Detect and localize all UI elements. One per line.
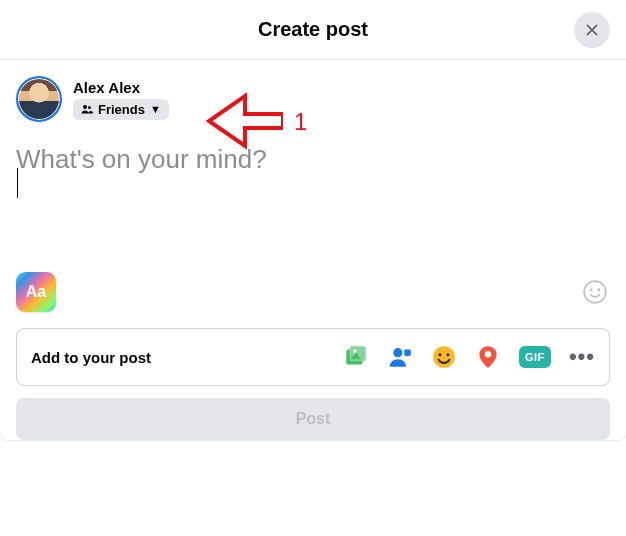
svg-point-10: [433, 346, 455, 368]
close-icon: [584, 22, 600, 38]
post-button[interactable]: Post: [16, 398, 610, 440]
smile-icon: [582, 279, 608, 305]
post-text-input[interactable]: [16, 128, 610, 248]
location-icon: [475, 344, 501, 370]
svg-point-13: [485, 351, 492, 358]
photo-icon: [343, 344, 369, 370]
more-icon: •••: [569, 344, 595, 369]
gif-icon: GIF: [525, 351, 545, 363]
background-theme-button[interactable]: Aa: [16, 272, 56, 312]
aa-icon: Aa: [26, 283, 46, 301]
avatar[interactable]: [16, 76, 62, 122]
text-cursor: [17, 168, 18, 198]
composer-tools-row: Aa: [0, 268, 626, 322]
photo-video-button[interactable]: [343, 344, 369, 370]
svg-point-3: [591, 289, 592, 290]
add-to-post-label: Add to your post: [31, 349, 151, 366]
tag-people-button[interactable]: [387, 344, 413, 370]
chevron-down-icon: ▼: [150, 103, 161, 115]
svg-rect-9: [404, 349, 411, 356]
audience-selector-button[interactable]: Friends ▼: [73, 99, 169, 120]
tag-person-icon: [387, 344, 413, 370]
svg-point-4: [598, 289, 599, 290]
friends-icon: [81, 103, 93, 115]
user-name: Alex Alex: [73, 79, 169, 96]
modal-title: Create post: [258, 18, 368, 41]
user-row: Alex Alex Friends ▼: [0, 60, 626, 128]
svg-point-12: [446, 353, 449, 356]
svg-point-0: [83, 105, 87, 109]
gif-button[interactable]: GIF: [519, 346, 551, 368]
add-to-post-icons: GIF •••: [343, 344, 595, 370]
feeling-icon: [431, 344, 457, 370]
modal-header: Create post: [0, 0, 626, 60]
svg-point-11: [438, 353, 441, 356]
create-post-modal: Create post Alex Alex Friends ▼: [0, 0, 626, 440]
svg-point-7: [353, 349, 356, 352]
feeling-activity-button[interactable]: [431, 344, 457, 370]
close-button[interactable]: [574, 12, 610, 48]
add-to-post-bar: Add to your post: [16, 328, 610, 386]
more-options-button[interactable]: •••: [569, 344, 595, 370]
emoji-picker-button[interactable]: [580, 277, 610, 307]
audience-label: Friends: [98, 102, 145, 117]
composer-area: [0, 128, 626, 268]
svg-point-8: [393, 348, 402, 357]
user-info: Alex Alex Friends ▼: [73, 79, 169, 120]
check-in-button[interactable]: [475, 344, 501, 370]
svg-point-1: [88, 106, 91, 109]
svg-point-2: [584, 281, 606, 303]
post-button-label: Post: [296, 410, 331, 428]
